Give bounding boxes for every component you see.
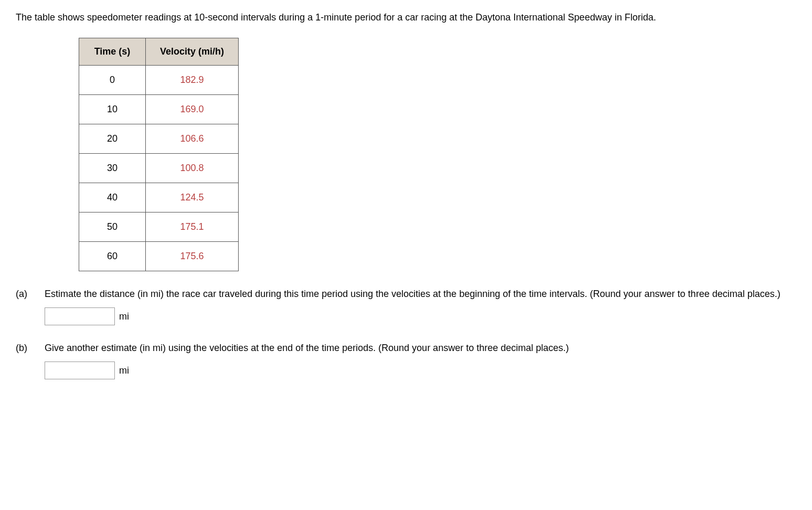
question-b: (b) Give another estimate (in mi) using …: [16, 341, 796, 379]
time-cell: 40: [79, 183, 146, 212]
velocity-cell: 175.6: [146, 242, 239, 271]
problem-intro: The table shows speedometer readings at …: [16, 10, 796, 25]
table-row: 20 106.6: [79, 124, 239, 154]
velocity-cell: 106.6: [146, 124, 239, 154]
answer-a-unit: mi: [119, 310, 129, 324]
table-row: 0 182.9: [79, 66, 239, 95]
question-b-text: Give another estimate (in mi) using the …: [45, 341, 796, 355]
velocity-table: Time (s) Velocity (mi/h) 0 182.9 10 169.…: [79, 38, 239, 271]
answer-b-unit: mi: [119, 364, 129, 378]
question-b-label: (b): [16, 341, 45, 355]
table-row: 30 100.8: [79, 154, 239, 183]
table-header-velocity: Velocity (mi/h): [146, 38, 239, 66]
time-cell: 0: [79, 66, 146, 95]
velocity-cell: 175.1: [146, 212, 239, 242]
time-cell: 10: [79, 95, 146, 124]
table-row: 10 169.0: [79, 95, 239, 124]
question-a: (a) Estimate the distance (in mi) the ra…: [16, 287, 796, 325]
answer-a-input[interactable]: [45, 307, 115, 325]
table-row: 60 175.6: [79, 242, 239, 271]
table-row: 40 124.5: [79, 183, 239, 212]
time-cell: 50: [79, 212, 146, 242]
velocity-cell: 169.0: [146, 95, 239, 124]
table-row: 50 175.1: [79, 212, 239, 242]
velocity-cell: 182.9: [146, 66, 239, 95]
question-a-text: Estimate the distance (in mi) the race c…: [45, 287, 796, 301]
answer-b-input[interactable]: [45, 362, 115, 379]
time-cell: 30: [79, 154, 146, 183]
velocity-cell: 124.5: [146, 183, 239, 212]
question-a-label: (a): [16, 287, 45, 301]
table-header-time: Time (s): [79, 38, 146, 66]
velocity-cell: 100.8: [146, 154, 239, 183]
time-cell: 60: [79, 242, 146, 271]
time-cell: 20: [79, 124, 146, 154]
